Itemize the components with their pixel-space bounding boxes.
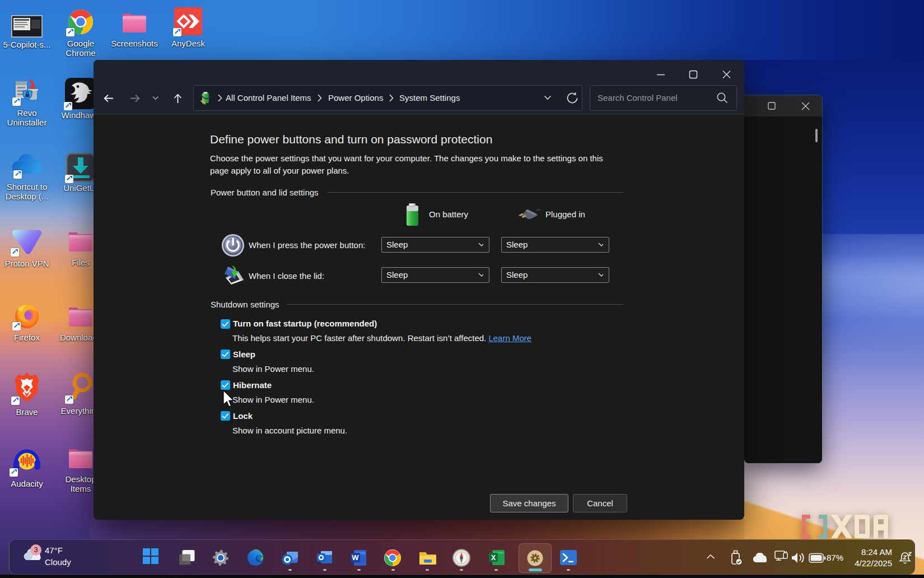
svg-text:X: X: [491, 554, 496, 562]
svg-text:W: W: [352, 553, 359, 562]
